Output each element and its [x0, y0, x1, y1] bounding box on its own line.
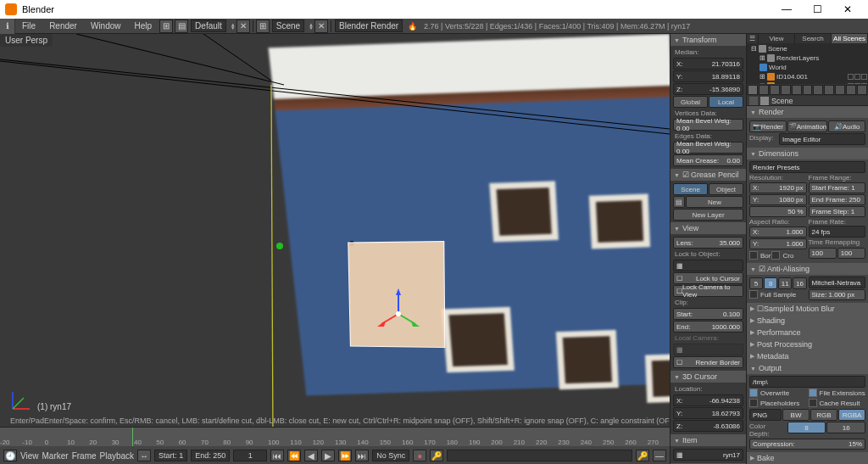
aa-size-field[interactable]: Size: 1.000 px	[809, 289, 866, 300]
texture-tab-icon[interactable]	[846, 85, 856, 95]
clip-start-field[interactable]: Start:0.100	[673, 308, 743, 320]
menu-render[interactable]: Render	[42, 21, 84, 31]
panel-grease-header[interactable]: ☑Grease Pencil	[670, 169, 746, 181]
outliner-tab-search[interactable]: Search	[795, 34, 832, 43]
outliner-tab-allscenes[interactable]: All Scenes	[832, 34, 868, 43]
constraints-tab-icon[interactable]	[803, 85, 813, 95]
timeline-menu-frame[interactable]: Frame	[72, 451, 97, 461]
grease-new-layer-button[interactable]: New Layer	[673, 209, 743, 221]
key-delete-icon[interactable]: —	[653, 450, 666, 461]
object-tab-icon[interactable]	[792, 85, 802, 95]
aspect-x-field[interactable]: X:1.000	[749, 226, 807, 238]
mean-crease-field[interactable]: Mean Crease:0.00	[673, 154, 743, 166]
timeline-menu-view[interactable]: View	[20, 451, 39, 461]
3d-viewport[interactable]: User Persp	[0, 34, 670, 464]
keying-set-icon[interactable]: 🔑	[430, 450, 443, 461]
aa-filter-dropdown[interactable]: Mitchell-Netrava	[809, 277, 866, 288]
output-panel-header[interactable]: Output	[747, 362, 868, 374]
res-x-field[interactable]: X:1920 px	[749, 182, 807, 193]
aspect-y-field[interactable]: Y:1.000	[749, 238, 807, 249]
aa-8-button[interactable]: 8	[764, 277, 777, 289]
cursor-z-field[interactable]: Z:-8.63086	[673, 420, 743, 432]
output-path-field[interactable]: /tmp\	[749, 376, 865, 388]
mean-bevel-edge-field[interactable]: Mean Bevel Weig: 0.00	[673, 142, 743, 154]
jump-start-icon[interactable]: ⏮	[270, 450, 284, 461]
panel-transform-header[interactable]: Transform	[670, 34, 746, 46]
grease-scene-button[interactable]: Scene	[673, 183, 708, 195]
lock-camera-check[interactable]: ☐Lock Camera to View	[673, 285, 743, 297]
key-insert-icon[interactable]: 🔑	[636, 450, 649, 461]
aa-5-button[interactable]: 5	[749, 277, 763, 289]
panel-3dcursor-header[interactable]: 3D Cursor	[670, 371, 746, 383]
timeline-menu-marker[interactable]: Marker	[42, 451, 69, 461]
aa-16-button[interactable]: 16	[793, 277, 806, 289]
material-tab-icon[interactable]	[835, 85, 845, 95]
audio-button[interactable]: 🔊Audio	[828, 120, 865, 132]
aa-panel-header[interactable]: ☑Anti-Aliasing	[747, 263, 868, 275]
dimensions-panel-header[interactable]: Dimensions	[747, 148, 868, 159]
timeline-menu-playback[interactable]: Playback	[100, 451, 135, 461]
crop-check[interactable]: Cro	[782, 252, 793, 260]
physics-tab-icon[interactable]	[857, 85, 867, 95]
keyframe-next-icon[interactable]: ⏩	[338, 450, 352, 461]
depth-16-button[interactable]: 16	[826, 422, 865, 433]
render-tab-icon[interactable]	[748, 85, 758, 95]
grease-object-button[interactable]: Object	[709, 183, 743, 195]
median-x-field[interactable]: X:21.70316	[673, 58, 743, 70]
current-frame-field[interactable]: 1	[233, 450, 267, 461]
mean-bevel-vert-field[interactable]: Mean Bevel Weig: 0.00	[673, 119, 743, 131]
menu-window[interactable]: Window	[84, 21, 128, 31]
grease-new-button[interactable]: New	[686, 196, 743, 208]
animation-button[interactable]: 🎬Animation	[787, 120, 828, 132]
res-pct-field[interactable]: 50 %	[749, 206, 807, 217]
panel-view-header[interactable]: View	[670, 222, 746, 234]
render-button[interactable]: 📷 Render	[749, 120, 787, 132]
cursor-y-field[interactable]: Y:18.62793	[673, 407, 743, 419]
metadata-panel-header[interactable]: Metadata	[747, 350, 868, 362]
render-engine-dropdown[interactable]: Blender Render	[335, 20, 403, 32]
format-dropdown[interactable]: PNG	[749, 409, 782, 421]
smb-panel-header[interactable]: ☐ Sampled Motion Blur	[747, 303, 868, 315]
layout-arrows-icon[interactable]: ▲▼	[231, 23, 236, 30]
render-border-check[interactable]: ☐Render Border	[673, 356, 743, 368]
minimize-button[interactable]: —	[771, 1, 802, 18]
rgb-button[interactable]: RGB	[810, 409, 837, 421]
range-icon[interactable]: ↔	[137, 450, 151, 461]
clip-end-field[interactable]: End:1000.000	[673, 321, 743, 333]
space-global-button[interactable]: Global	[673, 96, 708, 108]
compression-field[interactable]: Compression:15%	[749, 439, 865, 450]
res-y-field[interactable]: Y:1080 px	[749, 194, 807, 205]
scene-browse-icon[interactable]: ⊞	[256, 20, 270, 33]
space-local-button[interactable]: Local	[709, 96, 743, 108]
shading-panel-header[interactable]: Shading	[747, 315, 868, 327]
maximize-button[interactable]: ☐	[802, 1, 832, 18]
fps-dropdown[interactable]: 24 fps	[809, 226, 866, 238]
world-tab-icon[interactable]	[781, 85, 791, 95]
outliner-tree[interactable]: ⊟Scene ⊞RenderLayers World ⊞ID104.001 ⊞I…	[747, 43, 868, 84]
bake-panel-header[interactable]: Bake	[747, 452, 868, 464]
display-dropdown[interactable]: Image Editor	[779, 133, 865, 145]
close-button[interactable]: ✕	[832, 1, 863, 18]
modifiers-tab-icon[interactable]	[813, 85, 823, 95]
time-old-field[interactable]: 100	[809, 248, 837, 259]
info-editor-icon[interactable]: ℹ	[0, 19, 15, 34]
scene-add-icon[interactable]: ✕	[314, 20, 328, 33]
breadcrumb-scene[interactable]: Scene	[771, 97, 793, 105]
transform-gizmo-icon[interactable]	[377, 288, 420, 331]
sync-dropdown[interactable]: No Sync	[372, 450, 409, 461]
lens-field[interactable]: Lens:35.000	[673, 237, 743, 249]
jump-end-icon[interactable]: ⏭	[355, 450, 369, 461]
rgba-button[interactable]: RGBA	[838, 409, 865, 421]
menu-help[interactable]: Help	[128, 21, 159, 31]
layout-add-icon[interactable]: ✕	[236, 20, 250, 33]
grease-browse-icon[interactable]: ▤	[673, 196, 685, 208]
fileext-check[interactable]: File Extensions	[809, 389, 866, 397]
median-y-field[interactable]: Y:18.89118	[673, 70, 743, 82]
full-sample-check[interactable]: Full Sample	[749, 290, 807, 299]
aa-11-button[interactable]: 11	[778, 277, 792, 289]
outliner-tab-view[interactable]: View	[759, 34, 795, 43]
start-frame-field[interactable]: Start: 1	[154, 450, 187, 461]
scene-dropdown[interactable]: Scene	[272, 20, 304, 32]
layout-dropdown[interactable]: Default	[191, 20, 226, 32]
play-reverse-icon[interactable]: ◀	[304, 450, 318, 461]
